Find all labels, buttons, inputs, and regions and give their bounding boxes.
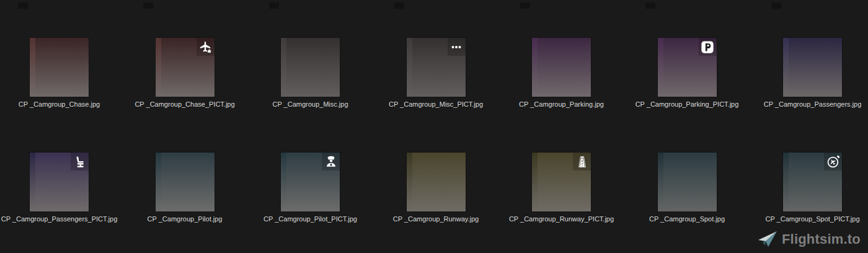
file-thumbnail[interactable] — [658, 38, 717, 97]
type-badge — [322, 153, 340, 171]
file-thumbnail[interactable] — [281, 38, 340, 97]
file-item[interactable]: CP _Camgroup_Parking.jpg — [499, 38, 624, 108]
file-item[interactable]: CP _Camgroup_Spot_PICT.jpg — [750, 153, 868, 223]
paper-plane-icon-slot — [758, 231, 777, 248]
spot-view-icon — [826, 155, 840, 169]
thumbnail-left-strip — [156, 153, 161, 211]
airplane-icon — [198, 40, 212, 54]
type-badge — [824, 153, 842, 171]
cropped-item-remnant — [269, 2, 279, 9]
file-item[interactable]: CP _Camgroup_Parking_PICT.jpg — [624, 38, 750, 108]
file-thumbnail[interactable] — [407, 153, 466, 211]
cropped-item-remnant — [645, 2, 655, 9]
file-thumbnail[interactable] — [532, 153, 591, 211]
type-badge — [699, 38, 717, 56]
file-name[interactable]: CP _Camgroup_Chase_PICT.jpg — [135, 100, 234, 108]
file-thumbnail[interactable] — [783, 38, 842, 97]
file-item[interactable]: CP _Camgroup_Runway.jpg — [373, 153, 498, 223]
file-thumbnail[interactable] — [532, 38, 591, 97]
cropped-item-remnant — [520, 2, 530, 9]
file-item[interactable]: CP _Camgroup_Chase.jpg — [0, 38, 122, 108]
file-thumbnail[interactable] — [156, 153, 215, 211]
pilot-icon — [324, 155, 338, 169]
thumbnail-left-strip — [30, 38, 35, 97]
file-name[interactable]: CP _Camgroup_Pilot_PICT.jpg — [264, 215, 357, 223]
parking-icon — [701, 40, 714, 54]
file-name[interactable]: CP _Camgroup_Parking.jpg — [519, 100, 604, 108]
file-name[interactable]: CP _Camgroup_Runway_PICT.jpg — [509, 215, 614, 223]
type-badge — [573, 153, 591, 171]
file-thumbnail[interactable] — [407, 38, 466, 97]
thumbnail-left-strip — [30, 153, 35, 211]
type-badge — [71, 153, 89, 171]
type-badge — [197, 38, 215, 56]
seat-icon — [73, 155, 87, 169]
file-item[interactable]: CP _Camgroup_Pilot_PICT.jpg — [248, 153, 373, 223]
file-name[interactable]: CP _Camgroup_Spot.jpg — [649, 215, 725, 223]
file-name[interactable]: CP _Camgroup_Pilot.jpg — [148, 215, 223, 223]
file-item[interactable]: CP _Camgroup_Misc_PICT.jpg — [373, 38, 498, 108]
file-name[interactable]: CP _Camgroup_Spot_PICT.jpg — [765, 215, 859, 223]
file-name[interactable]: CP _Camgroup_Passengers.jpg — [764, 100, 862, 108]
file-name[interactable]: CP _Camgroup_Passengers_PICT.jpg — [1, 215, 118, 223]
file-item[interactable]: CP _Camgroup_Misc.jpg — [248, 38, 373, 108]
cropped-item-remnant — [394, 2, 404, 9]
thumbnail-left-strip — [407, 153, 412, 211]
thumbnail-left-strip — [783, 153, 789, 211]
thumbnail-left-strip — [658, 38, 663, 97]
file-item[interactable]: CP _Camgroup_Runway_PICT.jpg — [499, 153, 624, 223]
thumbnail-left-strip — [156, 38, 161, 97]
file-name[interactable]: CP _Camgroup_Chase.jpg — [19, 100, 100, 108]
file-name[interactable]: CP _Camgroup_Parking_PICT.jpg — [636, 100, 739, 108]
file-name[interactable]: CP _Camgroup_Misc_PICT.jpg — [389, 100, 483, 108]
file-item[interactable]: CP _Camgroup_Chase_PICT.jpg — [122, 38, 247, 108]
file-item[interactable]: CP _Camgroup_Pilot.jpg — [122, 153, 247, 223]
thumbnail-left-strip — [783, 38, 789, 97]
file-thumbnail[interactable] — [281, 153, 340, 211]
flightsim-watermark: Flightsim.to — [758, 231, 861, 248]
file-item[interactable]: CP _Camgroup_Passengers.jpg — [750, 38, 868, 108]
thumbnail-left-strip — [532, 153, 538, 211]
cropped-item-remnant — [143, 2, 153, 9]
file-thumbnail[interactable] — [783, 153, 842, 211]
runway-icon — [575, 155, 589, 169]
cropped-item-remnant — [18, 2, 28, 9]
file-thumbnail[interactable] — [30, 153, 89, 211]
file-item[interactable]: CP _Camgroup_Passengers_PICT.jpg — [0, 153, 122, 223]
thumbnail-left-strip — [281, 153, 286, 211]
file-name[interactable]: CP _Camgroup_Runway.jpg — [393, 215, 479, 223]
thumbnail-left-strip — [281, 38, 286, 97]
file-name[interactable]: CP _Camgroup_Misc.jpg — [272, 100, 348, 108]
file-thumbnail[interactable] — [156, 38, 215, 97]
type-badge — [448, 38, 466, 56]
thumbnail-left-strip — [407, 38, 412, 97]
thumbnail-left-strip — [658, 153, 663, 211]
thumbnail-left-strip — [532, 38, 538, 97]
cropped-item-remnant — [771, 2, 781, 9]
ellipsis-icon — [450, 40, 463, 54]
file-thumbnail[interactable] — [658, 153, 717, 211]
watermark-label: Flightsim.to — [782, 231, 861, 247]
paper-plane-icon — [758, 231, 777, 248]
file-item[interactable]: CP _Camgroup_Spot.jpg — [624, 153, 750, 223]
file-thumbnail[interactable] — [30, 38, 89, 97]
